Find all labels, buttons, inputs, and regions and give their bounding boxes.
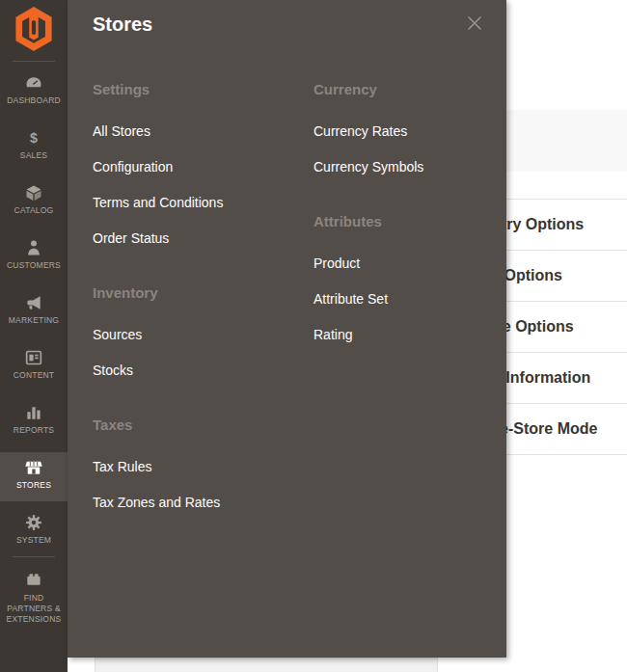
stores-icon — [24, 458, 43, 477]
reports-icon — [24, 403, 43, 422]
menu-item-attribute-set[interactable]: Attribute Set — [314, 291, 526, 307]
content-icon — [24, 348, 43, 367]
sidebar-item-label: REPORTS — [0, 425, 68, 436]
close-icon — [465, 13, 484, 33]
customers-icon — [24, 238, 43, 257]
sidebar-item-label: SYSTEM — [0, 535, 68, 546]
menu-item-currency-rates[interactable]: Currency Rates — [314, 123, 526, 139]
sidebar-item-marketing[interactable]: MARKETING — [0, 287, 68, 336]
sidebar-item-find-partners[interactable]: FIND PARTNERS & EXTENSIONS — [0, 562, 68, 634]
menu-item-terms-and-conditions[interactable]: Terms and Conditions — [93, 195, 305, 210]
menu-section-title: Currency — [314, 81, 526, 98]
menu-section-settings: Settings All Stores Configuration Terms … — [93, 81, 305, 246]
menu-section-attributes: Attributes Product Attribute Set Rating — [314, 213, 526, 342]
menu-section-title: Taxes — [93, 417, 305, 434]
sidebar-item-content[interactable]: CONTENT — [0, 342, 68, 391]
sidebar-item-label: CONTENT — [0, 370, 68, 381]
menu-item-rating[interactable]: Rating — [314, 327, 526, 342]
bottom-panel — [95, 658, 438, 672]
dashboard-icon — [24, 73, 43, 93]
flyout-column-right: Currency Currency Rates Currency Symbols… — [314, 81, 526, 381]
sidebar-item-catalog[interactable]: CATALOG — [0, 177, 68, 227]
flyout-column-left: Settings All Stores Configuration Terms … — [93, 81, 305, 549]
magento-logo-icon — [14, 6, 54, 52]
menu-item-product[interactable]: Product — [314, 255, 526, 271]
sidebar-divider — [13, 556, 55, 557]
menu-item-currency-symbols[interactable]: Currency Symbols — [314, 159, 526, 175]
stores-flyout-menu: Stores Settings All Stores Configuration… — [68, 0, 506, 658]
menu-section-currency: Currency Currency Rates Currency Symbols — [314, 81, 526, 175]
menu-section-taxes: Taxes Tax Rules Tax Zones and Rates — [93, 417, 305, 510]
menu-section-inventory: Inventory Sources Stocks — [93, 284, 305, 378]
menu-item-all-stores[interactable]: All Stores — [93, 123, 305, 139]
menu-section-title: Attributes — [314, 213, 526, 230]
marketing-icon — [24, 293, 43, 312]
close-button[interactable] — [463, 12, 486, 35]
system-gear-icon — [24, 513, 43, 532]
sidebar-item-label: SALES — [0, 150, 68, 161]
sidebar-item-label: CATALOG — [0, 205, 68, 216]
sidebar-item-label: FIND PARTNERS & EXTENSIONS — [4, 593, 64, 625]
sidebar-item-label: STORES — [0, 480, 68, 491]
menu-item-stocks[interactable]: Stocks — [93, 363, 305, 378]
sidebar-item-label: CUSTOMERS — [0, 260, 68, 271]
partners-brick-icon — [24, 570, 43, 589]
sidebar-item-dashboard[interactable]: DASHBOARD — [0, 67, 68, 117]
sidebar-item-system[interactable]: SYSTEM — [0, 507, 68, 556]
sidebar-item-label: DASHBOARD — [0, 95, 68, 106]
catalog-icon — [24, 183, 43, 202]
menu-item-order-status[interactable]: Order Status — [93, 230, 305, 246]
flyout-title: Stores — [93, 13, 152, 36]
sidebar-item-sales[interactable]: $ SALES — [0, 122, 68, 172]
admin-sidebar: DASHBOARD $ SALES CATALOG CUSTOMERS — [0, 0, 68, 672]
sales-icon: $ — [24, 128, 43, 148]
magento-logo[interactable] — [0, 0, 68, 61]
magento-admin-screen: Country Options State Options Locale Opt… — [0, 0, 627, 672]
menu-item-sources[interactable]: Sources — [93, 327, 305, 342]
menu-item-tax-rules[interactable]: Tax Rules — [93, 459, 305, 474]
menu-item-configuration[interactable]: Configuration — [93, 159, 305, 175]
sidebar-divider — [13, 61, 55, 62]
sidebar-item-customers[interactable]: CUSTOMERS — [0, 232, 68, 282]
svg-text:$: $ — [30, 130, 38, 146]
sidebar-item-label: MARKETING — [0, 315, 68, 326]
menu-section-title: Inventory — [93, 284, 305, 302]
menu-item-tax-zones-and-rates[interactable]: Tax Zones and Rates — [93, 495, 305, 510]
menu-section-title: Settings — [93, 81, 305, 98]
sidebar-item-reports[interactable]: REPORTS — [0, 397, 68, 446]
sidebar-item-stores[interactable]: STORES — [0, 452, 68, 501]
